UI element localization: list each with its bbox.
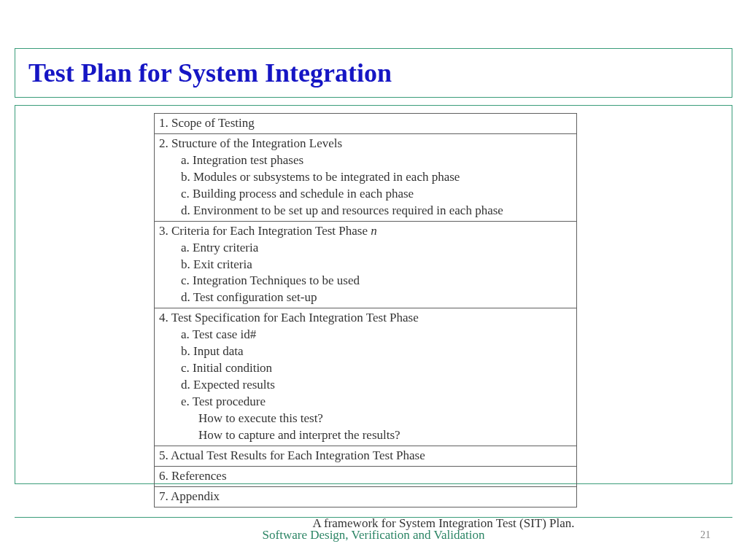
table-row: 4. Test Specification for Each Integrati… [155,308,577,446]
sub-sub-item: How to execute this test? [159,411,572,427]
sub-item: a. Test case id# [159,327,572,343]
section-heading: 4. Test Specification for Each Integrati… [159,310,572,327]
sub-item: c. Building process and schedule in each… [159,186,572,203]
table-row: 7. Appendix [155,486,577,507]
section-heading: 3. Criteria for Each Integration Test Ph… [159,223,572,240]
title-box: Test Plan for System Integration [15,48,732,98]
table-row: 2. Structure of the Integration Levels a… [155,133,577,221]
sub-item: b. Exit criteria [159,257,572,273]
footer-text: Software Design, Verification and Valida… [0,528,747,542]
page-title: Test Plan for System Integration [28,58,719,88]
sub-item: d. Expected results [159,377,572,394]
section-cell: 2. Structure of the Integration Levels a… [155,133,577,221]
sub-item: a. Integration test phases [159,152,572,169]
sub-item: b. Modules or subsystems to be integrate… [159,169,572,186]
section-heading: 1. Scope of Testing [155,114,577,134]
sub-item: c. Integration Techniques to be used [159,273,572,289]
section-cell: 3. Criteria for Each Integration Test Ph… [155,221,577,308]
section-heading: 6. References [155,466,577,486]
footer-divider [15,517,732,518]
section-heading: 7. Appendix [155,486,577,507]
table-row: 5. Actual Test Results for Each Integrat… [155,446,577,466]
sub-sub-item: How to capture and interpret the results… [159,427,572,444]
table-row: 1. Scope of Testing [155,114,577,134]
section-heading: 2. Structure of the Integration Levels [159,136,572,152]
sub-item: b. Input data [159,343,572,360]
content-box: 1. Scope of Testing 2. Structure of the … [15,105,732,484]
section-cell: 4. Test Specification for Each Integrati… [155,308,577,446]
section-heading: 5. Actual Test Results for Each Integrat… [155,446,577,466]
sub-item: c. Initial condition [159,360,572,377]
table-row: 3. Criteria for Each Integration Test Ph… [155,221,577,308]
table-row: 6. References [155,466,577,486]
page-number: 21 [700,529,711,541]
sub-item: d. Test configuration set-up [159,289,572,306]
framework-table: 1. Scope of Testing 2. Structure of the … [154,113,577,508]
sub-item: a. Entry criteria [159,240,572,257]
sub-item: e. Test procedure [159,394,572,411]
sub-item: d. Environment to be set up and resource… [159,203,572,219]
